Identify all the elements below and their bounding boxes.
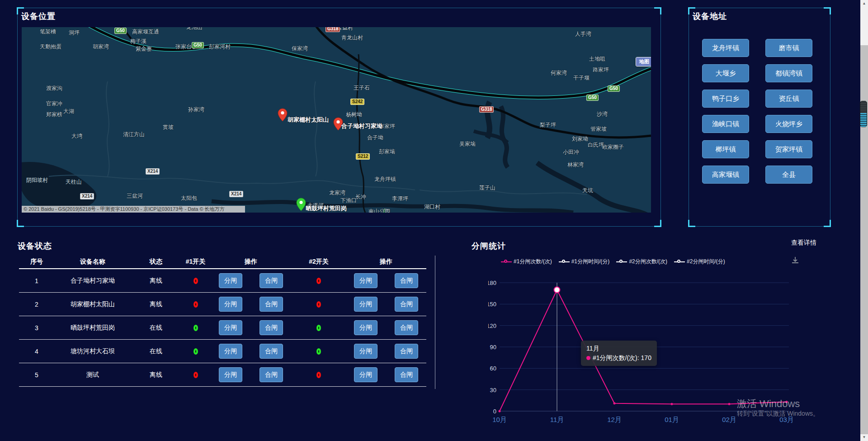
- close-switch1-button[interactable]: 合闸: [259, 320, 283, 335]
- svg-text:12月: 12月: [607, 416, 622, 423]
- map-place-label: 孙家湾: [188, 106, 204, 114]
- map-panel-title: 设备位置: [21, 11, 56, 22]
- open-switch2-button[interactable]: 分闸: [354, 273, 377, 288]
- close-switch1-button[interactable]: 合闸: [259, 297, 283, 312]
- open-switch1-button[interactable]: 分闸: [219, 344, 242, 359]
- close-switch2-button[interactable]: 合闸: [395, 344, 418, 359]
- address-button-6[interactable]: 资丘镇: [765, 90, 812, 108]
- map-place-label: 梅子溪: [130, 38, 146, 45]
- scroll-indicator-widget[interactable]: [860, 101, 867, 127]
- device-name: 测试: [54, 371, 131, 379]
- legend-item[interactable]: #1分闸时间/(分): [559, 258, 610, 266]
- close-switch1-button[interactable]: 合闸: [259, 344, 283, 359]
- row-index: 5: [19, 371, 54, 379]
- close-switch2-button[interactable]: 合闸: [395, 367, 418, 382]
- map-place-label: 高家堰互通: [132, 28, 159, 36]
- address-button-11[interactable]: 高家堰镇: [702, 166, 749, 184]
- scrollbar-up-arrow[interactable]: ▲: [860, 0, 868, 7]
- map-place-label: 管家坡: [590, 125, 607, 133]
- table-header-cell: #1开关: [181, 258, 210, 266]
- open-switch2-button[interactable]: 分闸: [354, 297, 377, 312]
- row-index: 4: [19, 348, 54, 355]
- device-name: 合子坳村习家坳: [54, 277, 131, 285]
- close-switch2-button[interactable]: 合闸: [395, 273, 418, 288]
- address-button-7[interactable]: 渔峡口镇: [702, 115, 749, 133]
- legend-item[interactable]: #1分闸次数/(次): [501, 258, 552, 266]
- baidu-map[interactable]: 笔架槽洞坪天鹅抱蛋胡家湾高家堰互通梅子溪紫金寨龙池山张家台子彭家河村金益村青龙山…: [22, 27, 651, 213]
- device-status: 离线: [131, 300, 181, 308]
- road-shield-badge: X214: [146, 168, 160, 175]
- switch2-indicator: [316, 301, 321, 308]
- table-row: 5测试离线分闸合闸分闸合闸: [19, 363, 426, 387]
- address-button-3[interactable]: 大堰乡: [702, 64, 749, 82]
- map-pin-red[interactable]: [278, 108, 288, 122]
- road-shield-badge: G50: [192, 42, 204, 48]
- map-place-label: 官家冲: [46, 100, 62, 108]
- open-switch2-button[interactable]: 分闸: [354, 367, 377, 382]
- map-type-map-button[interactable]: 地图: [636, 57, 651, 66]
- table-header-cell: 操作: [210, 258, 292, 266]
- map-place-label: 胡家湾: [93, 43, 109, 51]
- address-button-10[interactable]: 贺家坪镇: [765, 140, 812, 158]
- map-place-label: 郑家榜: [46, 111, 62, 119]
- svg-text:60: 60: [490, 365, 496, 372]
- address-button-1[interactable]: 龙舟坪镇: [702, 39, 749, 57]
- corner-accent: [688, 220, 695, 227]
- switch1-indicator: [193, 301, 198, 308]
- map-place-label: 大塆: [71, 133, 82, 140]
- road-shield-badge: G50: [114, 28, 127, 34]
- view-details-link[interactable]: 查看详情: [791, 239, 816, 247]
- map-place-label: 干子堰: [573, 74, 590, 82]
- close-switch2-button[interactable]: 合闸: [395, 297, 418, 312]
- row-index: 2: [19, 301, 54, 308]
- svg-text:02月: 02月: [722, 416, 736, 423]
- status-panel-title: 设备状态: [18, 241, 52, 251]
- address-button-5[interactable]: 鸭子口乡: [702, 90, 749, 108]
- stats-panel-title: 分闸统计: [472, 241, 506, 251]
- open-switch1-button[interactable]: 分闸: [219, 320, 242, 335]
- page-scrollbar[interactable]: ▲ ▼: [860, 0, 868, 441]
- device-status: 离线: [131, 371, 181, 379]
- map-place-label: 阴阳坡村: [26, 176, 48, 184]
- open-switch2-button[interactable]: 分闸: [354, 320, 377, 335]
- legend-item[interactable]: #2分闸次数/(次): [616, 258, 667, 266]
- legend-item[interactable]: #2分闸时间/(分): [674, 258, 725, 266]
- close-switch1-button[interactable]: 合闸: [259, 367, 283, 382]
- download-icon[interactable]: [791, 256, 799, 266]
- dashboard: 设备位置 笔架槽洞坪天鹅抱蛋胡家湾高家堰互通梅子溪紫金寨龙池山张家台子彭家河村金…: [0, 0, 868, 441]
- corner-accent: [654, 220, 661, 227]
- table-body: 1合子坳村习家坳离线分闸合闸分闸合闸2胡家棚村太阳山离线分闸合闸分闸合闸3晒鼓坪…: [19, 269, 426, 387]
- address-button-4[interactable]: 都镇湾镇: [765, 64, 812, 82]
- map-type-control: 地图 混合: [636, 57, 651, 66]
- map-place-label: 沙湾: [597, 110, 608, 118]
- map-place-label: 土地咀: [589, 55, 605, 63]
- map-place-label: 欧家圈子: [602, 143, 624, 151]
- map-place-label: 路家坪: [593, 66, 609, 74]
- scrollbar-down-arrow[interactable]: ▼: [860, 434, 868, 441]
- open-switch2-button[interactable]: 分闸: [354, 344, 377, 359]
- device-status: 离线: [131, 277, 181, 285]
- map-place-label: 王子石: [354, 84, 370, 92]
- close-switch2-button[interactable]: 合闸: [395, 320, 418, 335]
- close-switch1-button[interactable]: 合闸: [259, 273, 283, 288]
- address-button-8[interactable]: 火烧坪乡: [765, 115, 812, 133]
- open-switch1-button[interactable]: 分闸: [219, 367, 242, 382]
- map-place-label: 太阳包: [181, 194, 197, 202]
- switch2-indicator: [316, 348, 321, 355]
- row-index: 3: [19, 324, 54, 332]
- open-switch1-button[interactable]: 分闸: [219, 297, 242, 312]
- address-button-12[interactable]: 全县: [765, 166, 812, 184]
- svg-text:30: 30: [490, 387, 496, 394]
- table-header-cell: 状态: [131, 258, 181, 266]
- map-pin-green[interactable]: [296, 198, 306, 211]
- tooltip-value-line: #1分闸次数/(次): 170: [586, 353, 651, 363]
- legend-label: #1分闸次数/(次): [514, 258, 552, 266]
- device-status: 在线: [131, 324, 181, 332]
- svg-text:0: 0: [493, 408, 496, 415]
- address-button-9[interactable]: 榔坪镇: [702, 140, 749, 158]
- open-switch1-button[interactable]: 分闸: [219, 273, 242, 288]
- corner-accent: [824, 7, 831, 14]
- address-button-2[interactable]: 磨市镇: [765, 39, 812, 57]
- switch2-indicator: [316, 278, 321, 284]
- map-place-label: 三盆河: [127, 192, 143, 200]
